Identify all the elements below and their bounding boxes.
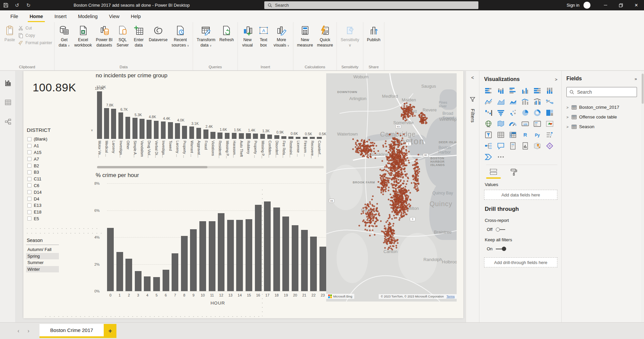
chart-scrollbar-thumb[interactable] (97, 166, 207, 168)
clustered-column-chart-icon[interactable] (521, 86, 530, 95)
crime-group-bar[interactable] (104, 108, 109, 139)
menu-home[interactable]: Home (24, 10, 49, 22)
text-box-button[interactable]: ATextbox (256, 23, 271, 50)
sensitivity-button[interactable]: Sensitivity∨ (339, 23, 361, 50)
crime-group-bar[interactable] (246, 133, 251, 139)
transform-data-button[interactable]: Transformdata ∨ (195, 23, 217, 50)
waterfall-chart-icon[interactable] (484, 108, 493, 117)
save-icon[interactable] (0, 0, 11, 10)
crime-group-bar[interactable] (196, 128, 201, 139)
hour-bar[interactable] (319, 247, 326, 291)
district-option[interactable]: E18 (27, 209, 94, 216)
copy-button[interactable]: Copy (18, 33, 52, 38)
sign-in-link[interactable]: Sign in (567, 3, 579, 8)
scatter-chart-icon[interactable] (509, 108, 517, 117)
checkbox-icon[interactable] (27, 150, 31, 154)
toggle-on-icon[interactable] (496, 247, 506, 251)
sql-server-button[interactable]: SQLServer (115, 23, 130, 50)
district-option[interactable]: B2 (27, 162, 94, 169)
stacked-area-chart-icon[interactable] (509, 97, 517, 106)
filled-map-icon[interactable] (496, 119, 505, 128)
district-option[interactable]: A15 (27, 149, 94, 156)
hour-bar[interactable] (218, 213, 224, 291)
checkbox-icon[interactable] (27, 203, 31, 207)
crime-group-bar[interactable] (161, 121, 166, 139)
cut-button[interactable]: Cut (18, 25, 52, 31)
matrix-icon[interactable] (509, 131, 517, 139)
recent-sources-button[interactable]: Recentsources ∨ (170, 23, 191, 50)
crime-group-bar[interactable] (288, 137, 293, 139)
chevron-down-icon[interactable]: ∨ (91, 129, 93, 132)
menu-help[interactable]: Help (125, 10, 147, 22)
page-tab-boston-crime-2017[interactable]: Boston Crime 2017 (39, 324, 104, 338)
district-option[interactable]: A7 (27, 156, 94, 162)
donut-chart-icon[interactable] (533, 108, 542, 117)
checkbox-icon[interactable] (27, 144, 31, 148)
close-button[interactable]: ✕ (629, 0, 644, 10)
avatar[interactable] (583, 2, 590, 9)
publish-button[interactable]: Publish (365, 23, 382, 45)
100-stacked-column-chart-icon[interactable] (545, 86, 554, 95)
power-automate-icon[interactable] (484, 153, 493, 161)
hour-bar[interactable] (190, 229, 197, 291)
hour-bar[interactable] (153, 277, 160, 291)
add-drill-through-dropzone[interactable]: Add drill-through fields here (484, 257, 557, 267)
decomposition-tree-icon[interactable] (484, 142, 493, 150)
crime-group-bar[interactable] (147, 120, 152, 139)
hour-chart[interactable]: % crime per hour HOUR 8%6%4%2%0%01234567… (94, 170, 330, 311)
hour-bar[interactable] (116, 252, 123, 291)
format-visual-tab[interactable] (510, 168, 518, 179)
report-page[interactable]: 100.89K DISTRICT ∨ (Blank)A1A15A7B2B3C11… (23, 71, 463, 318)
key-influencers-icon[interactable] (545, 131, 554, 139)
crime-group-bar[interactable] (125, 117, 130, 139)
powerbi-datasets-button[interactable]: Power BIdatasets (94, 23, 114, 50)
checkbox-icon[interactable] (27, 210, 31, 214)
hour-bar[interactable] (292, 225, 298, 291)
stacked-bar-chart-icon[interactable] (484, 86, 493, 95)
enter-data-button[interactable]: Enterdata (131, 23, 147, 50)
power-apps-icon[interactable] (545, 142, 554, 150)
checkbox-icon[interactable] (27, 197, 31, 201)
area-chart-icon[interactable] (496, 97, 505, 106)
smart-narrative-icon[interactable] (509, 142, 517, 150)
hour-bar[interactable] (282, 217, 289, 291)
multi-row-card-icon[interactable] (533, 119, 542, 128)
checkbox-icon[interactable] (27, 183, 31, 187)
cross-report-toggle[interactable]: Off (487, 227, 557, 232)
field-table-row[interactable]: >Offense code table (566, 112, 637, 122)
field-table-row[interactable]: >Season (566, 122, 637, 132)
crime-group-bar[interactable] (281, 136, 286, 139)
hour-bar[interactable] (236, 220, 243, 291)
line-chart-icon[interactable] (484, 97, 493, 106)
clustered-bar-chart-icon[interactable] (509, 86, 517, 95)
hour-bar[interactable] (181, 236, 188, 291)
hour-bar[interactable] (264, 201, 271, 291)
crime-group-bar[interactable] (154, 121, 159, 139)
redo-icon[interactable]: ↻ (23, 0, 34, 10)
card-icon[interactable]: 123 (521, 119, 530, 128)
terms-link[interactable]: Terms (447, 295, 455, 298)
hour-bar[interactable] (135, 271, 142, 291)
dataverse-button[interactable]: Dataverse (147, 23, 169, 45)
slicer-icon[interactable] (484, 131, 493, 139)
funnel-chart-icon[interactable] (496, 108, 505, 117)
crime-group-bar[interactable] (168, 122, 173, 139)
hour-bar[interactable] (209, 221, 215, 291)
data-view-icon[interactable] (0, 95, 16, 110)
hour-bar[interactable] (163, 270, 169, 291)
expand-icon[interactable]: > (566, 125, 569, 129)
checkbox-icon[interactable] (27, 137, 31, 141)
crime-group-bar[interactable] (239, 133, 244, 139)
hour-bar[interactable] (273, 207, 280, 291)
treemap-icon[interactable] (545, 108, 554, 117)
more-visuals-button[interactable]: Morevisuals ∨ (272, 23, 291, 50)
hour-bar[interactable] (125, 259, 132, 291)
crime-group-bar[interactable] (203, 130, 208, 139)
crime-group-bar[interactable] (267, 135, 272, 139)
python-icon[interactable]: Py (533, 131, 542, 139)
district-slicer[interactable]: DISTRICT ∨ (Blank)A1A15A7B2B3C11C6D14D4E… (27, 127, 94, 222)
crime-group-bar[interactable] (274, 135, 279, 139)
collapse-visualizations-icon[interactable]: > (555, 77, 557, 82)
crime-group-bar[interactable] (296, 137, 301, 139)
district-option[interactable]: A1 (27, 143, 94, 149)
